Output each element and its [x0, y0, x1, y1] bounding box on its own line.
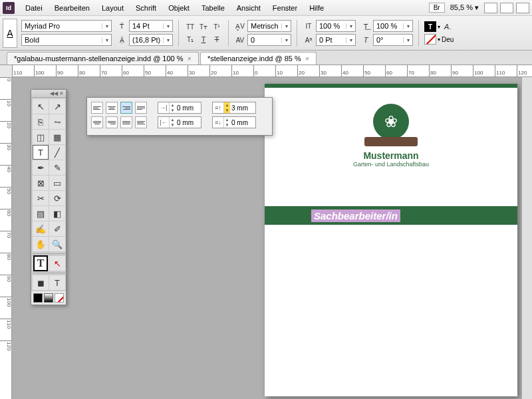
vertical-ruler[interactable]: 0102030405060708090100110120 — [0, 77, 12, 399]
company-tagline: Garten- und Landschaftsbau — [265, 161, 517, 168]
hscale-icon: T͟ — [360, 21, 372, 31]
hscale-combo[interactable]: ▾ — [373, 20, 413, 32]
align-left-button[interactable] — [91, 102, 103, 114]
baseline-icon: Aª — [303, 35, 315, 45]
fill-stroke-swap[interactable]: ◼ — [33, 275, 49, 290]
pen-tool[interactable]: ✒ — [33, 160, 49, 175]
justify-center-button[interactable] — [91, 116, 103, 128]
screen-mode-icon[interactable] — [500, 3, 513, 13]
note-tool[interactable]: ✍ — [33, 221, 49, 236]
content-tool[interactable]: ◫ — [33, 130, 49, 144]
canvas-area[interactable]: ❀ Mustermann Garten- und Landschaftsbau … — [12, 77, 532, 399]
no-fill-icon[interactable] — [424, 34, 436, 45]
paragraph-panel: →|▲▼ ≡↑▲▼ |←▲▼ ≡↓▲▼ — [86, 97, 273, 136]
menu-ansicht[interactable]: Ansicht — [231, 2, 266, 14]
gap-tool[interactable]: ⥊ — [49, 114, 65, 129]
gradient-feather-tool[interactable]: ◧ — [49, 206, 65, 221]
justify-right-button[interactable] — [106, 116, 118, 128]
arrange-icon[interactable] — [516, 3, 529, 13]
rect-tool[interactable]: ▭ — [49, 176, 65, 190]
page-tool[interactable]: ⎘ — [33, 114, 49, 129]
tab-doc-2[interactable]: *stellenanzeige.indd @ 85 %× — [200, 52, 317, 65]
chevron-down-icon[interactable]: ▾ — [102, 23, 111, 29]
smallcaps-icon[interactable]: Tᴛ — [198, 21, 209, 32]
panel-header[interactable]: ◀◀ ✕ — [31, 90, 66, 98]
job-title-selected[interactable]: Sachbearbeiter/in — [311, 209, 400, 222]
space-before-spin[interactable]: ≡↑▲▼ — [212, 102, 256, 114]
line-tool[interactable]: ╱ — [49, 145, 65, 160]
menu-schrift[interactable]: Schrift — [130, 2, 162, 14]
font-style-combo[interactable]: ▾ — [21, 34, 112, 46]
zoom-level[interactable]: 85,5 % ▾ — [450, 3, 479, 12]
type-tool[interactable]: T — [33, 145, 49, 160]
left-indent-icon: →| — [158, 104, 169, 111]
menu-tabelle[interactable]: Tabelle — [196, 2, 230, 14]
rect-frame-tool[interactable]: ⊠ — [33, 176, 49, 190]
align-center-button[interactable] — [106, 102, 118, 114]
space-after-spin[interactable]: ≡↓▲▼ — [212, 116, 256, 128]
logo-icon: ❀ — [373, 104, 409, 140]
apply-text-button[interactable]: T — [49, 275, 65, 290]
fill-t-icon[interactable]: T — [424, 21, 436, 32]
selection-tool[interactable]: ↖ — [33, 99, 49, 114]
direct-select-tool[interactable]: ↗ — [49, 99, 65, 114]
menu-fenster[interactable]: Fenster — [267, 2, 303, 14]
font-family-combo[interactable]: ▾ — [21, 20, 112, 32]
chevron-down-icon[interactable]: ▾ — [102, 37, 111, 43]
right-dock[interactable] — [521, 77, 532, 399]
align-right-button[interactable] — [120, 102, 132, 114]
tab-doc-1[interactable]: *galabau-mustermann-stellenanzeige.indd … — [7, 52, 199, 65]
leading-combo[interactable]: ▾ — [129, 34, 173, 46]
kerning-combo[interactable]: ▾ — [247, 20, 291, 32]
transform-tool[interactable]: ⟳ — [49, 191, 65, 205]
baseline-combo[interactable]: ▾ — [316, 34, 356, 46]
app-icon: Id — [3, 2, 15, 14]
apply-gradient-icon[interactable] — [44, 293, 53, 303]
hand-tool[interactable]: ✋ — [33, 237, 49, 251]
strike-icon[interactable]: T — [211, 34, 223, 45]
eyedropper-tool[interactable]: ✐ — [49, 221, 65, 236]
format-arrow-button[interactable]: ↖ — [49, 256, 65, 271]
right-indent-spin[interactable]: |←▲▼ — [158, 116, 201, 128]
menu-objekt[interactable]: Objekt — [163, 2, 195, 14]
close-icon[interactable]: × — [188, 55, 192, 63]
justify-all-button[interactable] — [120, 116, 132, 128]
view-mode-icon[interactable] — [484, 3, 497, 13]
align-spine-button[interactable] — [135, 116, 147, 128]
horizontal-ruler[interactable]: 1101009080706050403020100102030405060708… — [12, 65, 532, 77]
vscale-icon: IT — [303, 21, 315, 31]
subscript-icon[interactable]: T₁ — [184, 34, 196, 45]
gradient-swatch-tool[interactable]: ▨ — [33, 206, 49, 221]
kerning-icon: A̬V — [234, 21, 246, 31]
bridge-button[interactable]: Br — [429, 3, 445, 13]
underline-icon[interactable]: T — [198, 34, 209, 45]
skew-combo[interactable]: ▾ — [373, 34, 413, 46]
logo-ribbon — [364, 137, 418, 146]
apply-none-icon[interactable] — [55, 293, 64, 303]
font-size-icon: T̂ — [116, 21, 128, 31]
apply-color-icon[interactable] — [33, 293, 43, 303]
char-style-icon[interactable]: A. — [442, 21, 454, 32]
menu-layout[interactable]: Layout — [96, 2, 129, 14]
menu-bearbeiten[interactable]: Bearbeiten — [49, 2, 95, 14]
char-format-icon[interactable]: A — [3, 19, 17, 48]
font-size-combo[interactable]: ▾ — [129, 20, 173, 32]
left-indent-spin[interactable]: →|▲▼ — [158, 102, 201, 114]
superscript-icon[interactable]: T¹ — [211, 21, 223, 32]
space-before-icon: ≡↑ — [213, 104, 223, 111]
document-page[interactable]: ❀ Mustermann Garten- und Landschaftsbau … — [265, 84, 517, 396]
format-t-button[interactable]: T — [33, 256, 49, 271]
pencil-tool[interactable]: ✎ — [49, 160, 65, 175]
lang-combo[interactable]: Deu — [442, 36, 454, 43]
menu-datei[interactable]: Datei — [20, 2, 48, 14]
vscale-combo[interactable]: ▾ — [316, 20, 356, 32]
close-icon[interactable]: × — [305, 55, 309, 63]
allcaps-icon[interactable]: TT — [184, 21, 196, 32]
scissors-tool[interactable]: ✂ — [33, 191, 49, 205]
tracking-combo[interactable]: ▾ — [247, 34, 291, 46]
zoom-tool[interactable]: 🔍 — [49, 237, 65, 251]
right-indent-icon: |← — [158, 119, 169, 126]
justify-left-button[interactable] — [135, 102, 147, 114]
frame-tool[interactable]: ▦ — [49, 130, 65, 144]
menu-hilfe[interactable]: Hilfe — [304, 2, 329, 14]
